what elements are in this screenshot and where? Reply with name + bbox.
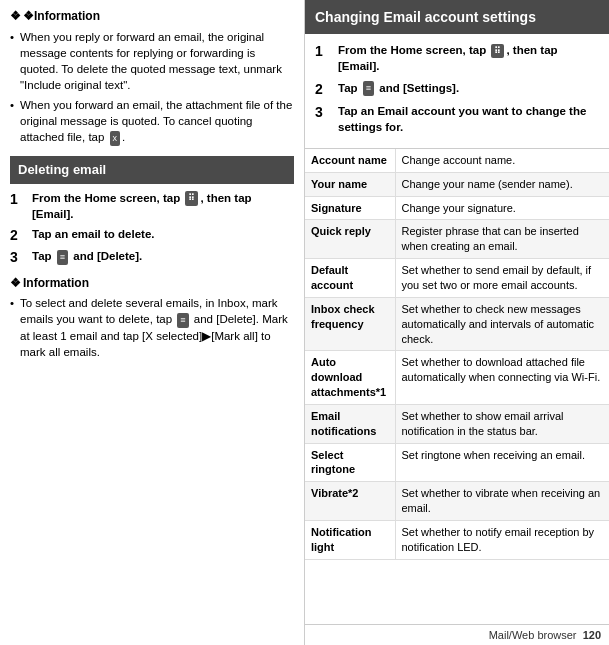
info-block-2: ❖Information To select and delete severa…: [10, 275, 294, 360]
setting-label: Default account: [305, 259, 395, 298]
apps-icon-right: ⠿: [491, 44, 504, 59]
right-step-1: 1 From the Home screen, tap ⠿, then tap …: [315, 42, 599, 74]
info-list-1: When you reply or forward an email, the …: [10, 29, 294, 146]
delete-step-3: 3 Tap ≡ and [Delete].: [10, 248, 294, 266]
info-list-2: To select and delete several emails, in …: [10, 295, 294, 360]
home-apps-icon: ⠿: [185, 191, 198, 206]
setting-label: Email notifications: [305, 404, 395, 443]
cancel-quote-icon: x: [110, 131, 121, 146]
table-row: Auto download attachments*1Set whether t…: [305, 351, 609, 405]
info-item-2-1: To select and delete several emails, in …: [10, 295, 294, 360]
setting-label: Your name: [305, 172, 395, 196]
setting-label: Inbox check frequency: [305, 297, 395, 351]
table-row: Select ringtoneSet ringtone when receivi…: [305, 443, 609, 482]
table-row: Notification lightSet whether to notify …: [305, 520, 609, 559]
setting-desc: Change your signature.: [395, 196, 609, 220]
left-column: ❖❖Information When you reply or forward …: [0, 0, 305, 645]
info-item-1-1: When you reply or forward an email, the …: [10, 29, 294, 93]
settings-table: Account nameChange account name.Your nam…: [305, 149, 609, 560]
menu-icon: ≡: [57, 250, 68, 265]
setting-desc: Set ringtone when receiving an email.: [395, 443, 609, 482]
table-row: Inbox check frequencySet whether to chec…: [305, 297, 609, 351]
info-item-1-2: When you forward an email, the attachmen…: [10, 97, 294, 145]
menu-icon-2: ≡: [177, 313, 188, 328]
setting-desc: Change your name (sender name).: [395, 172, 609, 196]
right-step-3: 3 Tap an Email account you want to chang…: [315, 103, 599, 135]
setting-desc: Set whether to check new messages automa…: [395, 297, 609, 351]
right-header: Changing Email account settings: [305, 0, 609, 34]
diamond-icon-2: ❖: [10, 275, 21, 292]
delete-steps: 1 From the Home screen, tap ⠿, then tap …: [10, 190, 294, 267]
setting-desc: Set whether to send email by default, if…: [395, 259, 609, 298]
table-row: Account nameChange account name.: [305, 149, 609, 172]
right-steps: 1 From the Home screen, tap ⠿, then tap …: [305, 34, 609, 149]
setting-label: Vibrate*2: [305, 482, 395, 521]
setting-desc: Set whether to show email arrival notifi…: [395, 404, 609, 443]
info-heading-2: ❖Information: [10, 275, 294, 292]
table-row: Quick replyRegister phrase that can be i…: [305, 220, 609, 259]
delete-step-2: 2 Tap an email to delete.: [10, 226, 294, 244]
setting-desc: Set whether to download attached file au…: [395, 351, 609, 405]
info-heading-1: ❖❖Information: [10, 8, 294, 25]
setting-desc: Register phrase that can be inserted whe…: [395, 220, 609, 259]
diamond-icon-1: ❖: [10, 8, 21, 25]
delete-step-1: 1 From the Home screen, tap ⠿, then tap …: [10, 190, 294, 222]
setting-label: Quick reply: [305, 220, 395, 259]
setting-label: Notification light: [305, 520, 395, 559]
setting-label: Account name: [305, 149, 395, 172]
setting-desc: Change account name.: [395, 149, 609, 172]
setting-label: Signature: [305, 196, 395, 220]
right-step-2: 2 Tap ≡ and [Settings].: [315, 80, 599, 98]
delete-section-header: Deleting email: [10, 156, 294, 184]
footer: Mail/Web browser 120: [305, 624, 609, 645]
table-row: Default accountSet whether to send email…: [305, 259, 609, 298]
setting-desc: Set whether to notify email reception by…: [395, 520, 609, 559]
table-row: Your nameChange your name (sender name).: [305, 172, 609, 196]
setting-desc: Set whether to vibrate when receiving an…: [395, 482, 609, 521]
table-row: Vibrate*2Set whether to vibrate when rec…: [305, 482, 609, 521]
setting-label: Auto download attachments*1: [305, 351, 395, 405]
right-column: Changing Email account settings 1 From t…: [305, 0, 609, 645]
setting-label: Select ringtone: [305, 443, 395, 482]
info-block-1: ❖❖Information When you reply or forward …: [10, 8, 294, 146]
settings-menu-icon: ≡: [363, 81, 374, 96]
table-row: Email notificationsSet whether to show e…: [305, 404, 609, 443]
table-row: SignatureChange your signature.: [305, 196, 609, 220]
